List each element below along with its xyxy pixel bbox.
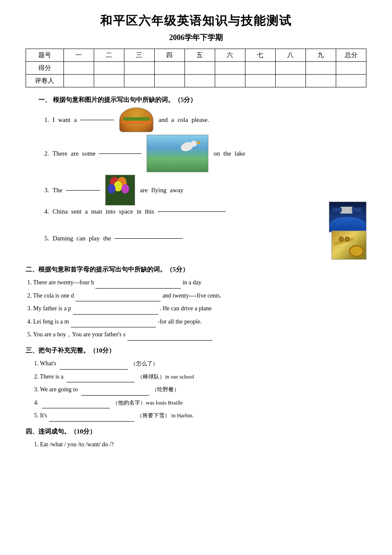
table-header-1: 一 [63, 49, 94, 62]
section2-header: 二、根据句意和首字母的提示写出句中所缺的词。（5分） [26, 266, 366, 274]
q5-text2: can [77, 235, 86, 242]
q5-num: 5. [44, 235, 49, 242]
q1-text7: please. [191, 116, 209, 124]
sec2-q4: 4. Lei feng is a m-for all the people. [26, 316, 366, 328]
sec2-q4-blank[interactable] [71, 327, 156, 327]
score-table: 题号 一 二 三 四 五 六 七 八 九 总分 得分 评卷人 [26, 49, 366, 87]
q3-text1: The [52, 187, 62, 194]
q4-text2: sent [71, 208, 81, 215]
score-6[interactable] [215, 62, 245, 75]
table-header-8: 八 [275, 49, 306, 62]
q4-text6: space [119, 208, 133, 215]
q1-num: 1. [44, 116, 49, 124]
q4-text5: into [106, 208, 115, 215]
table-header-9: 九 [306, 49, 336, 62]
question1-container: 1. I want a and a cola please. [43, 107, 366, 132]
q2-text4: on [213, 150, 220, 157]
score-5[interactable] [184, 62, 215, 75]
sec3-q4: 4. （他的名字）was louis Braille [26, 397, 366, 409]
table-header-total: 总分 [336, 49, 366, 62]
q5-text1: Daming [52, 235, 73, 242]
satellite-image [329, 202, 366, 232]
q1-text2: want [58, 116, 70, 124]
score-8[interactable] [275, 62, 306, 75]
sec2-q2-blank[interactable] [75, 301, 161, 301]
page-title: 和平区六年级英语知识与技能测试 [26, 13, 366, 29]
q4-blank[interactable] [158, 211, 226, 212]
score-2[interactable] [94, 62, 124, 75]
q2-text2: are [71, 150, 78, 157]
q5-text3: play [89, 235, 100, 242]
sec3-q2: 2. There is a （棒球队）in our school [26, 371, 366, 383]
sec4-q1: 1. Eat /what / you /to /want/ do /? [26, 439, 366, 451]
q2-text6: lake [235, 150, 245, 157]
table-header-7: 七 [245, 49, 275, 62]
section4-header: 四、连词成句。（10分） [26, 428, 366, 436]
sec3-q5-blank[interactable] [49, 421, 134, 422]
burger-image [119, 107, 153, 132]
q1-text5: a [171, 116, 174, 124]
section1-header: 一、 根据句意和图片的提示写出句中所缺的词。（5分） [38, 96, 366, 104]
q3-text4: away [170, 187, 184, 194]
reviewer-9[interactable] [306, 75, 336, 87]
q5-blank[interactable] [115, 238, 183, 239]
table-header-3: 三 [124, 49, 154, 62]
reviewer-4[interactable] [154, 75, 184, 87]
reviewer-3[interactable] [124, 75, 154, 87]
score-4[interactable] [154, 62, 184, 75]
balloons-image [105, 175, 135, 205]
sec3-q2-blank[interactable] [66, 382, 135, 382]
reviewer-1[interactable] [63, 75, 94, 87]
sec3-q5: 5. It's（将要下雪） in Harbin. [26, 410, 366, 422]
sec2-q2: 2. The cola is one dand twenty----five c… [26, 290, 366, 302]
q1-blank[interactable] [80, 120, 114, 120]
sec2-q1: 1. There are twenty---four hin a day [26, 277, 366, 289]
reviewer-7[interactable] [245, 75, 275, 87]
table-header-tihao: 题号 [26, 49, 64, 62]
q1-text1: I [52, 116, 55, 124]
q4-text1: China [52, 208, 68, 215]
sec2-q3-blank[interactable] [73, 314, 158, 315]
q1-text6: cola [177, 116, 188, 124]
table-header-5: 五 [184, 49, 215, 62]
reviewer-8[interactable] [275, 75, 306, 87]
score-9[interactable] [306, 62, 336, 75]
q4-num: 4. [44, 208, 49, 215]
q3-text3: flying [151, 187, 167, 194]
table-header-6: 六 [215, 49, 245, 62]
score-total[interactable] [336, 62, 366, 75]
q1-text4: and [159, 116, 168, 124]
q4-text4: man [91, 208, 102, 215]
q3-text2: are [140, 187, 148, 194]
q2-num: 2. [44, 150, 49, 157]
sec2-q3: 3. My father is a p. He can drive a plan… [26, 303, 366, 315]
sec3-q1-blank[interactable] [60, 369, 128, 370]
sec3-q3-blank[interactable] [81, 395, 149, 396]
reviewer-total[interactable] [336, 75, 366, 87]
sec2-q5-blank[interactable] [127, 340, 213, 341]
sec2-q5: 5. You are a boy，You are your father's s [26, 329, 366, 341]
q5-text4: the [103, 235, 111, 242]
reviewer-6[interactable] [215, 75, 245, 87]
sec2-q1-blank[interactable] [95, 288, 181, 289]
q2-blank[interactable] [99, 153, 141, 154]
q4-text7: in [136, 208, 141, 215]
q2-text1: There [52, 150, 67, 157]
q3-blank[interactable] [66, 190, 100, 191]
section3-header: 三、把句子补充完整。（10分） [26, 347, 366, 355]
q3-num: 3. [44, 187, 49, 194]
q1-text3: a [74, 116, 77, 124]
score-7[interactable] [245, 62, 275, 75]
table-header-2: 二 [94, 49, 124, 62]
reviewer-5[interactable] [184, 75, 215, 87]
score-1[interactable] [63, 62, 94, 75]
score-3[interactable] [124, 62, 154, 75]
table-pinjuanren-label: 评卷人 [26, 75, 64, 87]
sec3-q4-blank[interactable] [42, 408, 110, 408]
reviewer-2[interactable] [94, 75, 124, 87]
table-defen-label: 得分 [26, 62, 64, 75]
q2-text3: some [82, 150, 96, 157]
trumpet-image [331, 231, 366, 260]
table-header-4: 四 [154, 49, 184, 62]
sec3-q3: 3. We are going to （吃野餐） [26, 384, 366, 396]
